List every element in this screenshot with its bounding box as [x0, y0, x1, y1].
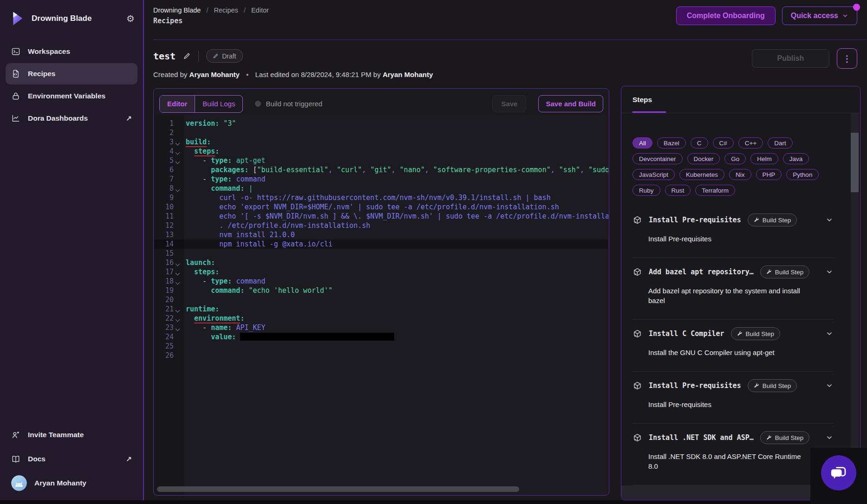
sidebar-item-label: Docs: [28, 455, 46, 463]
fold-chevron-icon[interactable]: [174, 277, 181, 286]
step-item[interactable]: Install .NET SDK and ASP… Build Step Ins…: [632, 424, 833, 485]
code-line[interactable]: 7 - type: command: [154, 174, 608, 184]
fold-chevron-icon[interactable]: [174, 314, 181, 323]
fold-chevron-icon[interactable]: [174, 304, 181, 314]
vertical-scrollbar-thumb[interactable]: [851, 133, 859, 192]
chevron-down-icon[interactable]: [826, 382, 833, 389]
docs-link[interactable]: Docs ↗: [6, 448, 137, 470]
fold-chevron-icon[interactable]: [174, 137, 181, 147]
code-line[interactable]: 10 echo 'export NVM_DIR=$HOME/.nvm' | su…: [154, 202, 608, 212]
code-line[interactable]: 23 - name: API_KEY: [154, 323, 608, 332]
filter-pill[interactable]: JavaScript: [632, 169, 675, 180]
sidebar-item-environment-variables[interactable]: Environment Variables: [6, 85, 137, 107]
code-line[interactable]: 12 . /etc/profile.d/nvm-installation.sh: [154, 221, 608, 230]
build-status: Build not triggered: [255, 100, 322, 108]
filter-pill[interactable]: C++: [738, 137, 763, 149]
chevron-down-icon: [842, 13, 848, 19]
chevron-down-icon[interactable]: [826, 434, 833, 441]
step-item[interactable]: Install Pre-requisites Build Step Instal…: [632, 206, 833, 258]
code-line[interactable]: 9 curl -o- https://raw.githubusercontent…: [154, 193, 608, 202]
code-line[interactable]: 26: [154, 351, 608, 360]
tab-editor[interactable]: Editor: [160, 96, 195, 112]
code-line[interactable]: 17 steps:: [154, 267, 608, 277]
breadcrumb-item[interactable]: Recipes: [214, 6, 238, 14]
code-line[interactable]: 5 - type: apt-get: [154, 156, 608, 165]
code-editor[interactable]: 1version: "3"23build:4 steps:5 - type: a…: [154, 115, 608, 495]
filter-pill[interactable]: C#: [713, 137, 734, 149]
filter-pill[interactable]: Devcontainer: [632, 153, 683, 164]
step-item[interactable]: Install C Compiler Build Step Install th…: [632, 320, 833, 372]
code-line[interactable]: 8 command: |: [154, 184, 608, 193]
filter-pill[interactable]: C: [691, 137, 708, 149]
quick-access-button[interactable]: Quick access: [782, 6, 857, 25]
code-line[interactable]: 21runtime:: [154, 304, 608, 314]
filter-pill[interactable]: Kubernetes: [679, 169, 724, 180]
fold-slot: [174, 295, 181, 304]
filter-pill[interactable]: Dart: [768, 137, 793, 149]
filter-pill[interactable]: Helm: [750, 153, 778, 164]
filter-pill[interactable]: Terraform: [695, 185, 735, 196]
line-number: 17: [154, 267, 174, 277]
sidebar-item-dora-dashboards[interactable]: Dora Dashboards ↗: [6, 108, 137, 129]
more-options-button[interactable]: ⋮: [837, 48, 857, 69]
filter-pill[interactable]: All: [632, 137, 652, 149]
settings-gear-icon[interactable]: ⚙: [126, 13, 135, 24]
code-line[interactable]: 20: [154, 295, 608, 304]
horizontal-scrollbar-thumb[interactable]: [157, 486, 519, 492]
step-header: Add bazel apt repository… Build Step: [632, 265, 833, 278]
breadcrumb-item[interactable]: Editor: [251, 6, 269, 14]
code-line[interactable]: 4 steps:: [154, 147, 608, 156]
step-item[interactable]: Install Pre-requisites Build Step Instal…: [632, 372, 833, 424]
step-title: Add bazel apt repository…: [649, 268, 754, 276]
publish-button[interactable]: Publish: [752, 49, 829, 68]
filter-pill[interactable]: Ruby: [632, 185, 660, 196]
code-line[interactable]: 2: [154, 128, 608, 137]
chevron-down-icon[interactable]: [826, 268, 833, 276]
filter-pill[interactable]: PHP: [756, 169, 782, 180]
edit-name-button[interactable]: [183, 52, 191, 60]
filter-pill[interactable]: Nix: [729, 169, 751, 180]
code-line[interactable]: 18 - type: command: [154, 277, 608, 286]
sidebar-item-workspaces[interactable]: Workspaces: [6, 41, 137, 62]
filter-pill[interactable]: Java: [783, 153, 809, 164]
chevron-down-icon[interactable]: [826, 330, 833, 337]
fold-chevron-icon[interactable]: [174, 147, 181, 156]
chat-launcher-button[interactable]: [821, 455, 856, 491]
filter-pill[interactable]: Bazel: [657, 137, 686, 149]
chevron-down-icon[interactable]: [826, 216, 833, 224]
breadcrumb-item[interactable]: Drowning Blade: [153, 6, 201, 14]
code-line[interactable]: 6 packages: ["build-essential", "curl", …: [154, 165, 608, 174]
code-line[interactable]: 13 nvm install 21.0.0: [154, 230, 608, 239]
fold-chevron-icon[interactable]: [174, 323, 181, 332]
filter-pill[interactable]: Python: [786, 169, 819, 180]
filter-pill[interactable]: Docker: [687, 153, 720, 164]
step-item[interactable]: Add bazel apt repository… Build Step Add…: [632, 258, 833, 320]
steps-tab[interactable]: Steps: [632, 86, 652, 113]
code-line[interactable]: 11 echo '[ -s $NVM_DIR/nvm.sh ] && \. $N…: [154, 212, 608, 221]
filter-pill[interactable]: Go: [724, 153, 746, 164]
code-line[interactable]: 24 value:: [154, 332, 608, 342]
code-line[interactable]: 3build:: [154, 137, 608, 147]
fold-chevron-icon[interactable]: [174, 267, 181, 277]
code-line[interactable]: 25: [154, 342, 608, 351]
invite-teammate-button[interactable]: Invite Teammate: [6, 424, 137, 446]
code-line[interactable]: 15: [154, 249, 608, 258]
code-line[interactable]: 1version: "3": [154, 119, 608, 128]
complete-onboarding-button[interactable]: Complete Onboarding: [676, 6, 776, 25]
fold-chevron-icon[interactable]: [174, 184, 181, 193]
save-and-build-button[interactable]: Save and Build: [538, 95, 603, 112]
save-button[interactable]: Save: [492, 95, 526, 112]
pencil-icon: [213, 53, 219, 59]
sidebar-item-recipes[interactable]: Recipes: [6, 63, 137, 84]
filter-pill[interactable]: Rust: [665, 185, 691, 196]
code-line[interactable]: 22 environment:: [154, 314, 608, 323]
code-line[interactable]: 14 npm install -g @xata.io/cli: [154, 239, 608, 249]
fold-chevron-icon[interactable]: [174, 156, 181, 165]
fold-chevron-icon[interactable]: [174, 258, 181, 267]
badge-label: Build Step: [775, 269, 804, 276]
code-line[interactable]: 19 command: "echo 'hello world'": [154, 286, 608, 295]
tab-build-logs[interactable]: Build Logs: [195, 96, 242, 112]
user-menu[interactable]: Aryan Mohanty: [6, 472, 137, 494]
code-line[interactable]: 16launch:: [154, 258, 608, 267]
fold-slot: [174, 119, 181, 128]
